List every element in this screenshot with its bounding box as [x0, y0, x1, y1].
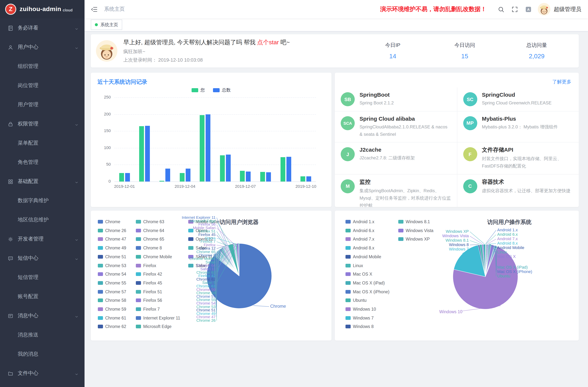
legend-item-Android 1.x[interactable]: Android 1.x [345, 220, 374, 224]
legend-item-Chrome 53[interactable]: Chrome 53 [98, 263, 126, 268]
legend-item-Safari[interactable]: Safari [188, 246, 207, 250]
tech-item-文件存储API[interactable]: F文件存储API封装文件接口，实现本地存储、阿里云、FastDFS存储的配置化 [457, 143, 579, 175]
legend-item-Firefox 45[interactable]: Firefox 45 [136, 281, 162, 285]
bar-您[interactable] [280, 157, 285, 182]
tech-item-容器技术[interactable]: C容器技术虚拟化容器技术，让迁移、部署更加方便快捷 [457, 175, 579, 207]
legend-item-Android Mobile[interactable]: Android Mobile [345, 255, 381, 259]
legend-item-Chrome 51[interactable]: Chrome 51 [98, 255, 126, 259]
legend-item-Mobile Safari[interactable]: Mobile Safari [188, 220, 220, 224]
sidebar-subitem[interactable]: 我的消息 [0, 345, 84, 364]
bar-总数[interactable] [306, 177, 311, 182]
tech-item-Mybatis-Plus[interactable]: MPMybatis-PlusMybatis-plus 3.2.0： Mybati… [457, 111, 579, 143]
sidebar-item-5[interactable]: 开发者管理 [0, 229, 84, 249]
legend-item-Chrome 26[interactable]: Chrome 26 [98, 228, 126, 233]
legend-item-总数[interactable]: 总数 [213, 87, 231, 93]
bar-总数[interactable] [186, 169, 190, 182]
breadcrumb[interactable]: 系统主页 [104, 6, 125, 13]
legend-item-Opera 12[interactable]: Opera 12 [188, 237, 213, 242]
bar-总数[interactable] [125, 173, 130, 182]
legend-item-Firefox 56[interactable]: Firefox 56 [136, 298, 162, 303]
bar-您[interactable] [240, 171, 245, 182]
legend-item-Chrome 54[interactable]: Chrome 54 [98, 272, 126, 276]
tech-item-J2cache[interactable]: JJ2cacheJ2cache2.7.8: 二级缓存框架 [335, 143, 457, 175]
legend-item-Windows Vista[interactable]: Windows Vista [398, 228, 433, 233]
sidebar-item-7[interactable]: 消息中心 [0, 306, 84, 326]
legend-item-Chrome 49[interactable]: Chrome 49 [98, 246, 126, 250]
bar-总数[interactable] [145, 126, 150, 182]
tech-item-SpringCloud[interactable]: SCSpringCloudSpring Cloud Greenwich.RELE… [457, 87, 579, 111]
legend-item-您[interactable]: 您 [191, 87, 205, 93]
sidebar-subitem[interactable]: 账号配置 [0, 287, 84, 306]
bar-总数[interactable] [226, 155, 231, 182]
legend-item-Safari 11[interactable]: Safari 11 [188, 255, 212, 259]
sidebar-item-6[interactable]: 短信中心 [0, 249, 84, 268]
bar-您[interactable] [139, 126, 144, 182]
legend-item-Chrome Mobile[interactable]: Chrome Mobile [136, 255, 172, 259]
legend-item-Firefox 42[interactable]: Firefox 42 [136, 272, 162, 276]
legend-item-Chrome 57[interactable]: Chrome 57 [98, 289, 126, 294]
sidebar-subitem[interactable]: 岗位管理 [0, 76, 84, 95]
legend-item-Chrome 47[interactable]: Chrome 47 [98, 237, 126, 242]
bar-您[interactable] [119, 173, 124, 182]
sidebar-subitem[interactable]: 角色管理 [0, 153, 84, 172]
legend-item-Windows XP[interactable]: Windows XP [398, 237, 430, 242]
user-menu[interactable]: 超级管理员 [538, 3, 581, 16]
legend-item-Mac OS X (iPhone)[interactable]: Mac OS X (iPhone) [345, 289, 389, 294]
legend-item-Chrome 55[interactable]: Chrome 55 [98, 281, 126, 285]
sidebar-subitem[interactable]: 数据字典维护 [0, 191, 84, 210]
bar-您[interactable] [200, 115, 205, 182]
sidebar-item-3[interactable]: 权限管理 [0, 114, 84, 134]
sidebar-subitem[interactable]: 消息推送 [0, 326, 84, 345]
bar-您[interactable] [300, 177, 305, 182]
legend-item-Android 8.x[interactable]: Android 8.x [345, 246, 374, 250]
legend-item-Windows 10[interactable]: Windows 10 [345, 307, 376, 311]
font-size-icon[interactable]: A [525, 6, 532, 13]
legend-item-Mac OS X[interactable]: Mac OS X [345, 272, 372, 276]
legend-item-Chrome 58[interactable]: Chrome 58 [98, 298, 126, 303]
tech-item-Spring Cloud alibaba[interactable]: SCASpring Cloud alibabaSpringCloudAlibab… [335, 111, 457, 143]
legend-item-Windows 8.1[interactable]: Windows 8.1 [398, 220, 430, 224]
legend-item-Ubuntu[interactable]: Ubuntu [345, 298, 367, 303]
bar-总数[interactable] [266, 172, 271, 182]
legend-item-Firefox[interactable]: Firefox [136, 263, 156, 268]
legend-item-Firefox 7[interactable]: Firefox 7 [136, 307, 160, 311]
sidebar-item-1[interactable]: 务必详看 [0, 19, 84, 38]
sidebar-item-8[interactable]: 文件中心 [0, 364, 84, 383]
tech-item-SpringBoot[interactable]: SBSpringBootSpring Boot 2.1.2 [335, 87, 457, 111]
legend-item-Chrome 8[interactable]: Chrome 8 [136, 246, 162, 250]
legend-item-Chrome 61[interactable]: Chrome 61 [98, 316, 126, 320]
legend-item-Chrome 63[interactable]: Chrome 63 [136, 220, 164, 224]
learn-more-link[interactable]: 了解更多 [552, 79, 571, 85]
legend-item-Android 6.x[interactable]: Android 6.x [345, 228, 374, 233]
sidebar-subitem[interactable]: 用户管理 [0, 95, 84, 114]
sidebar-subitem[interactable]: 短信管理 [0, 268, 84, 287]
tech-item-监控[interactable]: M监控集成SpringBootAdmin、Zipkin、Redis、Mysql、… [335, 175, 457, 207]
bar-您[interactable] [180, 173, 184, 182]
legend-item-Microsoft Edge[interactable]: Microsoft Edge [136, 325, 171, 329]
star-link[interactable]: 点个star [257, 39, 279, 45]
legend-item-Opera[interactable]: Opera [188, 228, 208, 233]
legend-item-Internet Explorer 11[interactable]: Internet Explorer 11 [136, 316, 180, 320]
sidebar-subitem[interactable]: 菜单配置 [0, 134, 84, 153]
legend-item-Chrome 62[interactable]: Chrome 62 [98, 325, 126, 329]
search-icon[interactable] [498, 6, 504, 13]
bar-您[interactable] [220, 155, 225, 182]
legend-item-Chrome 59[interactable]: Chrome 59 [98, 307, 126, 311]
tab-home[interactable]: 系统主页 [91, 20, 122, 30]
bar-总数[interactable] [206, 114, 210, 182]
bar-总数[interactable] [246, 171, 251, 182]
logo-bar[interactable]: Z zuihou-admin cloud [0, 0, 84, 19]
bar-您[interactable] [260, 172, 265, 182]
sidebar-subitem[interactable]: 地区信息维护 [0, 210, 84, 229]
legend-item-Safari 9[interactable]: Safari 9 [188, 263, 210, 268]
bar-总数[interactable] [286, 157, 291, 182]
legend-item-Chrome[interactable]: Chrome [98, 220, 120, 224]
fullscreen-icon[interactable] [511, 6, 518, 13]
sidebar-item-2[interactable]: 用户中心 [0, 38, 84, 57]
legend-item-Windows 7[interactable]: Windows 7 [345, 316, 374, 320]
legend-item-Windows 8[interactable]: Windows 8 [345, 325, 374, 329]
legend-item-Linux[interactable]: Linux [345, 263, 363, 268]
legend-item-Android 7.x[interactable]: Android 7.x [345, 237, 374, 242]
legend-item-Firefox 51[interactable]: Firefox 51 [136, 289, 162, 294]
legend-item-Mac OS X (iPad)[interactable]: Mac OS X (iPad) [345, 281, 385, 285]
